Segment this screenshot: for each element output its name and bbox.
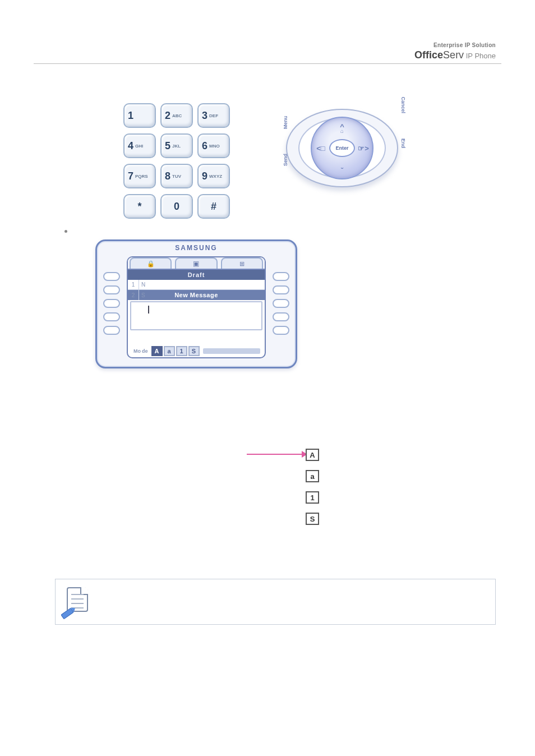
softkey-r5[interactable] — [273, 326, 289, 335]
key-3[interactable]: 3DEF — [197, 103, 230, 128]
row1-text: N — [139, 280, 265, 289]
row1-index: 1 — [128, 280, 139, 289]
input-mode-bar: Mo de A a 1 S — [128, 345, 265, 357]
softkey-l4[interactable] — [103, 312, 120, 321]
key-9[interactable]: 9WXYZ — [197, 164, 230, 188]
legend-key-upper: A — [306, 449, 319, 461]
lcd-brand: SAMSUNG — [95, 244, 297, 252]
softkey-r1[interactable] — [273, 272, 289, 281]
nav-send-label[interactable]: Send — [283, 154, 288, 166]
softkey-l3[interactable] — [103, 299, 120, 308]
callout-arrow-line — [247, 454, 303, 455]
brand-topline: Enterprise IP Solution — [414, 43, 496, 49]
right-softkeys — [273, 272, 289, 335]
list-row-2[interactable]: 2 S — [128, 290, 145, 300]
phone-lcd-figure: SAMSUNG 🔒 ▣ ⊞ Draft 1 N New Message 2 S … — [95, 239, 297, 368]
mode-chip-number[interactable]: 1 — [176, 346, 187, 356]
brand-bold: Office — [414, 49, 443, 61]
row2-index: 2 — [128, 290, 139, 300]
softkey-r4[interactable] — [273, 312, 289, 321]
softkey-l2[interactable] — [103, 285, 120, 294]
key-star[interactable]: * — [123, 194, 156, 219]
mode-chip-upper[interactable]: A — [151, 346, 163, 356]
home-icon: ⌂ — [340, 128, 344, 134]
nav-cancel-label[interactable]: Cancel — [400, 97, 406, 114]
key-6[interactable]: 6MNO — [197, 133, 230, 158]
mode-label-right: de — [142, 348, 148, 354]
legend-key-number: 1 — [306, 491, 319, 504]
mode-label-left: Mo — [133, 348, 141, 354]
lcd-title: Draft — [128, 270, 265, 280]
brand-rest: Serv — [443, 49, 464, 61]
hardware-row: 1 2ABC 3DEF 4GHI 5JKL 6MNO 7PQRS 8TUV 9W… — [123, 103, 501, 219]
key-1[interactable]: 1 — [123, 103, 156, 128]
nav-right-icon: ☞> — [357, 142, 370, 154]
key-8[interactable]: 8TUV — [160, 164, 193, 188]
left-softkeys — [103, 272, 120, 335]
nav-down-icon: ˇ — [341, 167, 343, 175]
key-2[interactable]: 2ABC — [160, 103, 193, 128]
brand-block: Enterprise IP Solution OfficeServ IP Pho… — [414, 43, 496, 60]
softkey-l1[interactable] — [103, 272, 120, 281]
legend-key-symbol: S — [306, 513, 319, 525]
tab-grid-icon[interactable]: ⊞ — [221, 257, 263, 269]
new-message-bar: New Message — [128, 290, 265, 300]
key-5[interactable]: 5JKL — [160, 133, 193, 158]
note-icon — [63, 586, 88, 614]
lcd-screen: 🔒 ▣ ⊞ Draft 1 N New Message 2 S Mo de A — [127, 256, 266, 358]
nav-enter-button[interactable]: Enter — [329, 139, 355, 157]
key-0[interactable]: 0 — [160, 194, 193, 219]
dial-keypad: 1 2ABC 3DEF 4GHI 5JKL 6MNO 7PQRS 8TUV 9W… — [123, 103, 230, 219]
row2-text: S — [139, 290, 144, 300]
mode-trail — [203, 348, 260, 354]
mode-chips: A a 1 S — [151, 346, 200, 356]
list-row-1[interactable]: 1 N — [128, 280, 265, 290]
note-box — [55, 579, 496, 625]
mode-key-legend: A a 1 S — [306, 449, 319, 525]
brand-line: OfficeServ IP Phone — [414, 50, 496, 61]
mode-chip-symbol[interactable]: S — [188, 346, 200, 356]
text-edit-area[interactable] — [130, 301, 262, 330]
tab-camera-icon[interactable]: ▣ — [175, 257, 217, 269]
tab-lock-icon[interactable]: 🔒 — [130, 257, 172, 269]
brand-ip: IP Phone — [464, 52, 496, 60]
softkey-r3[interactable] — [273, 299, 289, 308]
mode-chip-lower[interactable]: a — [164, 346, 175, 356]
text-cursor-icon — [148, 306, 149, 314]
nav-left-icon: <□ — [314, 142, 328, 154]
bullet-icon — [64, 230, 67, 233]
nav-menu-label[interactable]: Menu — [283, 116, 288, 130]
nav-end-label[interactable]: End — [400, 139, 406, 148]
softkey-l5[interactable] — [103, 326, 120, 335]
nav-dpad[interactable]: ^ ⌂ <□ Enter ☞> ˇ — [311, 117, 373, 179]
nav-cluster: ^ ⌂ <□ Enter ☞> ˇ Menu Send Cancel End — [280, 103, 404, 193]
key-4[interactable]: 4GHI — [123, 133, 156, 158]
legend-key-lower: a — [306, 470, 319, 482]
softkey-r2[interactable] — [273, 285, 289, 294]
lcd-tabs: 🔒 ▣ ⊞ — [128, 257, 265, 270]
key-7[interactable]: 7PQRS — [123, 164, 156, 188]
page-header: Enterprise IP Solution OfficeServ IP Pho… — [34, 39, 501, 64]
key-hash[interactable]: # — [197, 194, 230, 219]
